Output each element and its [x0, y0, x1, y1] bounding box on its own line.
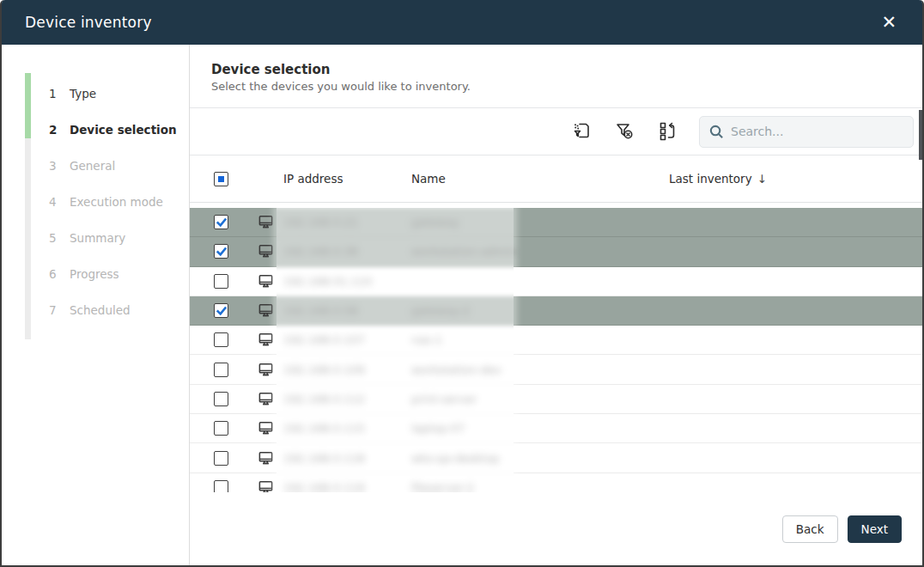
device-ip: 192.168.0.119: [283, 481, 411, 492]
device-monitor-icon: [258, 479, 283, 492]
close-icon: ✕: [881, 12, 897, 33]
column-header-ip[interactable]: IP address: [283, 172, 411, 186]
checkmark-icon: [216, 306, 227, 316]
column-settings-button[interactable]: [656, 120, 678, 143]
table-row[interactable]: 192.168.0.107 nas-1: [190, 326, 922, 355]
device-ip: 192.168.0.21: [283, 216, 411, 229]
row-checkbox[interactable]: [214, 274, 228, 289]
device-ip: 192.168.0.109: [283, 363, 411, 376]
device-ip: 192.168.0.38: [283, 245, 411, 258]
device-monitor-icon: [258, 450, 283, 466]
step-label: Execution mode: [70, 195, 163, 209]
row-checkbox[interactable]: [214, 244, 228, 259]
device-monitor-icon: [258, 243, 283, 259]
row-checkbox[interactable]: [214, 451, 228, 466]
device-ip: 192.168.0.58: [283, 304, 411, 317]
checkmark-icon: [216, 247, 227, 257]
column-settings-icon: [657, 120, 678, 143]
step-label: Summary: [70, 231, 125, 245]
table-row[interactable]: 192.168.0.119 fileserver-2: [190, 473, 922, 492]
step-number: 6: [49, 267, 70, 281]
wizard-sidebar: 1 Type 2 Device selection 3 General 4 Ex…: [2, 45, 190, 565]
back-button[interactable]: Back: [782, 515, 838, 543]
device-name: print-server: [411, 393, 669, 405]
step-number: 1: [49, 87, 70, 101]
step-number: 4: [49, 195, 70, 209]
row-checkbox[interactable]: [214, 303, 228, 318]
scrollbar-thumb[interactable]: [919, 110, 922, 160]
sort-desc-icon: ↓: [757, 172, 767, 186]
row-checkbox[interactable]: [214, 392, 228, 406]
row-checkbox[interactable]: [214, 480, 228, 492]
row-checkbox[interactable]: [214, 215, 228, 229]
page-subtitle: Select the devices you would like to inv…: [211, 80, 901, 93]
row-checkbox[interactable]: [214, 421, 228, 436]
device-inventory-dialog: Device inventory ✕ 1 Type 2 Device selec…: [0, 0, 924, 567]
table-row[interactable]: 192.168.0.58 gateway-2: [190, 296, 922, 326]
table-toolbar: [190, 108, 922, 155]
next-button[interactable]: Next: [848, 515, 902, 543]
device-ip: 192.168.0.112: [283, 393, 411, 405]
close-button[interactable]: ✕: [876, 10, 902, 35]
step-number: 5: [49, 231, 70, 245]
step-label: General: [70, 159, 115, 173]
table-row[interactable]: 192.168.0.115 laptop-07: [190, 414, 922, 443]
device-monitor-icon: [258, 273, 283, 290]
device-monitor-icon: [258, 391, 283, 407]
column-header-name[interactable]: Name: [411, 172, 669, 186]
step-number: 7: [49, 303, 70, 317]
device-name: fileserver-2: [411, 481, 669, 492]
device-ip: 192.168.01.110: [283, 275, 411, 288]
column-header-last-inventory[interactable]: Last inventory↓: [669, 172, 922, 186]
device-ip: 192.168.0.115: [283, 422, 411, 435]
table-row[interactable]: 192.168.01.110: [190, 267, 922, 296]
table-row[interactable]: 192.168.0.38 workstation-admin: [190, 237, 922, 266]
table-row[interactable]: 192.168.0.21 gateway: [190, 208, 922, 237]
table-rows: 192.168.0.21 gateway 192.168.0.38 workst…: [190, 208, 922, 492]
row-checkbox[interactable]: [214, 363, 228, 377]
step-intro: Device selection Select the devices you …: [190, 45, 922, 108]
step-label: Type: [70, 87, 96, 101]
table-header: IP address Name Last inventory↓: [190, 155, 922, 203]
device-monitor-icon: [258, 302, 283, 319]
table-row[interactable]: 192.168.0.118 wks-qa-desktop: [190, 443, 922, 472]
filter-add-button[interactable]: [570, 120, 593, 143]
page-title: Device selection: [211, 62, 901, 77]
dialog-body: 1 Type 2 Device selection 3 General 4 Ex…: [2, 45, 922, 565]
device-name: nas-1: [411, 333, 669, 346]
dialog-title: Device inventory: [25, 14, 152, 31]
main-panel: Device selection Select the devices you …: [190, 45, 922, 565]
dialog-footer: Back Next: [190, 515, 922, 565]
device-name: gateway: [411, 216, 669, 229]
filter-add-icon: [571, 120, 592, 143]
device-name: workstation-admin: [411, 245, 669, 258]
step-number: 2: [49, 123, 70, 137]
step-label: Device selection: [70, 123, 177, 137]
step-label: Progress: [70, 267, 119, 281]
search-input[interactable]: [699, 116, 914, 148]
clear-filter-icon: [614, 120, 635, 143]
select-all-checkbox[interactable]: [214, 172, 228, 186]
indeterminate-mark: [218, 176, 224, 182]
device-name: gateway-2: [411, 304, 669, 317]
progress-track: [25, 73, 31, 339]
device-ip: 192.168.0.107: [283, 333, 411, 346]
row-checkbox[interactable]: [214, 332, 228, 347]
clear-filter-button[interactable]: [613, 120, 635, 143]
table-row[interactable]: 192.168.0.109 workstation-dev: [190, 355, 922, 384]
device-name: laptop-07: [411, 422, 669, 435]
step-label: Scheduled: [70, 303, 131, 317]
progress-indicator: [25, 73, 31, 138]
device-name: wks-qa-desktop: [411, 452, 669, 465]
checkmark-icon: [216, 217, 227, 228]
search-box: [699, 116, 914, 148]
table-row[interactable]: 192.168.0.112 print-server: [190, 385, 922, 414]
device-monitor-icon: [258, 332, 283, 348]
device-monitor-icon: [258, 362, 283, 378]
device-name: workstation-dev: [411, 363, 669, 376]
step-number: 3: [49, 159, 70, 173]
dialog-header: Device inventory ✕: [2, 0, 922, 45]
device-ip: 192.168.0.118: [283, 452, 411, 465]
device-monitor-icon: [258, 420, 283, 436]
device-monitor-icon: [258, 214, 283, 230]
